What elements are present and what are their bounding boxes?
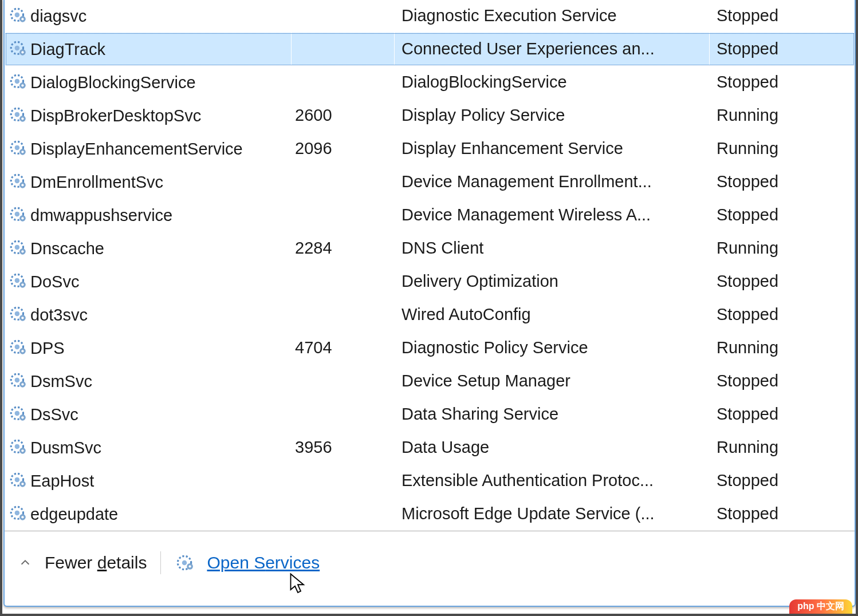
svg-point-41 bbox=[15, 345, 20, 350]
service-status: Running bbox=[710, 99, 855, 132]
svg-point-57 bbox=[15, 477, 20, 483]
service-status: Stopped bbox=[710, 66, 855, 99]
svg-point-1 bbox=[15, 13, 20, 18]
service-pid: 2284 bbox=[292, 232, 395, 265]
service-pid: 4704 bbox=[292, 331, 395, 365]
service-row[interactable]: DmEnrollmentSvcDevice Management Enrollm… bbox=[5, 165, 855, 199]
service-pid: 2600 bbox=[292, 99, 395, 132]
service-description: DialogBlockingService bbox=[395, 66, 710, 99]
service-description: Connected User Experiences an... bbox=[395, 33, 710, 66]
service-row[interactable]: DsSvcData Sharing ServiceStopped bbox=[5, 398, 855, 431]
svg-point-19 bbox=[21, 151, 23, 153]
service-gear-icon bbox=[9, 272, 28, 291]
service-status: Stopped bbox=[710, 0, 855, 33]
service-gear-icon bbox=[9, 6, 28, 26]
service-status: Stopped bbox=[710, 165, 855, 199]
service-description: Diagnostic Policy Service bbox=[395, 331, 710, 365]
svg-point-29 bbox=[15, 245, 20, 250]
footer-separator bbox=[160, 551, 161, 574]
service-name: DsSvc bbox=[30, 405, 78, 424]
svg-point-47 bbox=[21, 383, 23, 385]
service-pid bbox=[292, 0, 395, 33]
svg-point-9 bbox=[15, 79, 20, 84]
service-description: Display Policy Service bbox=[395, 99, 710, 132]
service-row[interactable]: Dnscache2284DNS ClientRunning bbox=[5, 232, 855, 265]
service-row[interactable]: DPS4704Diagnostic Policy ServiceRunning bbox=[5, 331, 855, 365]
service-row[interactable]: DusmSvc3956Data UsageRunning bbox=[5, 431, 855, 464]
service-row[interactable]: DispBrokerDesktopSvc2600Display Policy S… bbox=[5, 99, 855, 132]
service-row[interactable]: dmwappushserviceDevice Management Wirele… bbox=[5, 199, 855, 232]
service-pid bbox=[292, 165, 395, 199]
service-name: Dnscache bbox=[30, 239, 104, 258]
service-description: Microsoft Edge Update Service (... bbox=[395, 497, 710, 531]
service-name: DiagTrack bbox=[30, 40, 105, 58]
svg-point-31 bbox=[21, 250, 23, 252]
service-gear-icon bbox=[9, 504, 28, 524]
service-name: diagsvc bbox=[30, 7, 86, 25]
svg-point-43 bbox=[21, 350, 23, 352]
service-status: Running bbox=[710, 132, 855, 165]
service-status: Stopped bbox=[710, 265, 855, 298]
service-pid: 2096 bbox=[292, 132, 395, 165]
services-table-container: diagsvcDiagnostic Execution ServiceStopp… bbox=[5, 0, 855, 531]
service-description: Data Sharing Service bbox=[395, 398, 710, 431]
service-status: Stopped bbox=[710, 365, 855, 398]
service-description: Extensible Authentication Protoc... bbox=[395, 464, 710, 497]
service-row[interactable]: dot3svcWired AutoConfigStopped bbox=[5, 298, 855, 331]
service-description: Data Usage bbox=[395, 431, 710, 464]
service-row[interactable]: DiagTrackConnected User Experiences an..… bbox=[5, 33, 855, 66]
service-description: Display Enhancement Service bbox=[395, 132, 710, 165]
task-manager-services-panel: diagsvcDiagnostic Execution ServiceStopp… bbox=[3, 0, 856, 607]
service-row[interactable]: EapHostExtensible Authentication Protoc.… bbox=[5, 464, 855, 497]
service-pid bbox=[292, 464, 395, 497]
service-status: Stopped bbox=[710, 464, 855, 497]
service-gear-icon bbox=[9, 40, 28, 59]
fewer-details-button[interactable]: Fewer details bbox=[45, 553, 147, 572]
service-row[interactable]: DialogBlockingServiceDialogBlockingServi… bbox=[5, 66, 855, 99]
svg-point-39 bbox=[21, 317, 23, 319]
svg-point-53 bbox=[15, 444, 20, 449]
open-services-link[interactable]: Open Services bbox=[207, 553, 320, 572]
service-gear-icon bbox=[9, 106, 28, 125]
svg-point-67 bbox=[189, 565, 191, 567]
service-gear-icon bbox=[9, 372, 28, 391]
service-gear-icon bbox=[9, 172, 28, 192]
service-pid bbox=[292, 199, 395, 232]
svg-point-61 bbox=[15, 511, 20, 516]
service-description: Device Management Wireless A... bbox=[395, 199, 710, 232]
service-gear-icon bbox=[9, 239, 28, 258]
service-name: DsmSvc bbox=[30, 372, 92, 390]
service-description: Device Management Enrollment... bbox=[395, 165, 710, 199]
watermark-badge: php 中文网 bbox=[789, 599, 852, 614]
service-pid bbox=[292, 33, 395, 66]
services-table[interactable]: diagsvcDiagnostic Execution ServiceStopp… bbox=[5, 0, 855, 531]
svg-point-13 bbox=[15, 112, 20, 117]
svg-point-35 bbox=[21, 283, 23, 286]
service-name: DispBrokerDesktopSvc bbox=[30, 106, 201, 125]
svg-point-25 bbox=[15, 212, 20, 217]
service-name: edgeupdate bbox=[30, 505, 118, 523]
svg-point-49 bbox=[15, 411, 20, 416]
service-name: DisplayEnhancementService bbox=[30, 140, 243, 158]
service-description: Wired AutoConfig bbox=[395, 298, 710, 331]
service-row[interactable]: DoSvcDelivery OptimizationStopped bbox=[5, 265, 855, 298]
svg-point-45 bbox=[15, 378, 20, 383]
service-gear-icon bbox=[9, 471, 28, 491]
service-name: DoSvc bbox=[30, 273, 79, 291]
service-gear-icon bbox=[9, 305, 28, 325]
svg-point-7 bbox=[21, 51, 23, 53]
svg-point-37 bbox=[15, 311, 20, 317]
service-row[interactable]: DisplayEnhancementService2096Display Enh… bbox=[5, 132, 855, 165]
service-row[interactable]: diagsvcDiagnostic Execution ServiceStopp… bbox=[5, 0, 855, 33]
service-gear-icon bbox=[9, 73, 28, 92]
service-status: Running bbox=[710, 431, 855, 464]
svg-point-51 bbox=[21, 416, 23, 418]
collapse-chevron-icon[interactable] bbox=[16, 554, 34, 572]
service-gear-icon bbox=[9, 405, 28, 424]
service-pid bbox=[292, 66, 395, 99]
service-pid: 3956 bbox=[292, 431, 395, 464]
service-name: DmEnrollmentSvc bbox=[30, 173, 163, 191]
service-row[interactable]: DsmSvcDevice Setup ManagerStopped bbox=[5, 365, 855, 398]
service-row[interactable]: edgeupdateMicrosoft Edge Update Service … bbox=[5, 497, 855, 531]
service-name: EapHost bbox=[30, 472, 94, 490]
